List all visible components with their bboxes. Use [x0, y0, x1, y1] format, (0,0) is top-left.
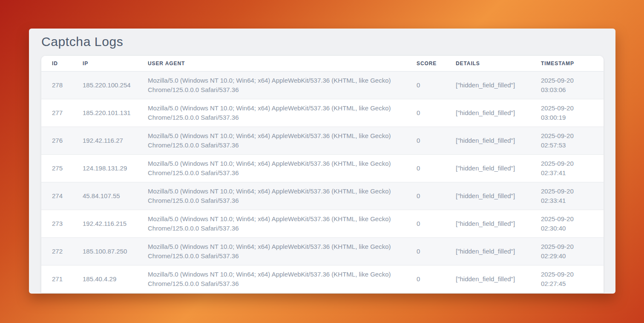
- cell-timestamp: 2025-09-20 03:03:06: [541, 76, 604, 95]
- cell-ip: 185.220.100.254: [83, 81, 148, 90]
- table-row: 276 192.42.116.27 Mozilla/5.0 (Windows N…: [41, 127, 604, 155]
- cell-score: 0: [417, 136, 456, 145]
- cell-id: 271: [52, 274, 83, 284]
- timestamp-text: 2025-09-20 02:33:41: [541, 187, 582, 205]
- cell-timestamp: 2025-09-20 02:57:53: [541, 131, 604, 150]
- table-row: 277 185.220.101.131 Mozilla/5.0 (Windows…: [41, 99, 604, 127]
- column-header-ip: IP: [83, 61, 148, 66]
- timestamp-text: 2025-09-20 02:30:40: [541, 214, 582, 233]
- cell-details: ["hidden_field_filled"]: [456, 219, 541, 228]
- cell-timestamp: 2025-09-20 02:30:40: [541, 214, 604, 233]
- cell-details: ["hidden_field_filled"]: [456, 108, 541, 118]
- cell-id: 276: [52, 136, 83, 145]
- cell-ip: 185.100.87.250: [83, 247, 148, 256]
- cell-timestamp: 2025-09-20 02:29:40: [541, 242, 604, 261]
- cell-ip: 45.84.107.55: [83, 191, 148, 201]
- column-header-id: ID: [52, 61, 83, 66]
- cell-timestamp: 2025-09-20 02:37:41: [541, 159, 604, 178]
- timestamp-text: 2025-09-20 02:27:45: [541, 270, 582, 288]
- cell-ip: 185.40.4.29: [83, 274, 148, 284]
- cell-score: 0: [417, 81, 456, 90]
- cell-score: 0: [417, 219, 456, 228]
- cell-user-agent: Mozilla/5.0 (Windows NT 10.0; Win64; x64…: [148, 159, 417, 178]
- cell-user-agent: Mozilla/5.0 (Windows NT 10.0; Win64; x64…: [148, 214, 417, 233]
- cell-id: 272: [52, 247, 83, 256]
- table-row: 271 185.40.4.29 Mozilla/5.0 (Windows NT …: [41, 265, 604, 293]
- captcha-logs-card: Captcha Logs ID IP USER AGENT SCORE DETA…: [29, 29, 615, 294]
- cell-timestamp: 2025-09-20 02:33:41: [541, 187, 604, 205]
- cell-id: 275: [52, 164, 83, 173]
- table-row: 274 45.84.107.55 Mozilla/5.0 (Windows NT…: [41, 182, 604, 210]
- table-row: 275 124.198.131.29 Mozilla/5.0 (Windows …: [41, 155, 604, 182]
- cell-user-agent: Mozilla/5.0 (Windows NT 10.0; Win64; x64…: [148, 270, 417, 288]
- cell-id: 277: [52, 108, 83, 118]
- cell-user-agent: Mozilla/5.0 (Windows NT 10.0; Win64; x64…: [148, 187, 417, 205]
- cell-timestamp: 2025-09-20 03:00:19: [541, 104, 604, 122]
- cell-user-agent: Mozilla/5.0 (Windows NT 10.0; Win64; x64…: [148, 76, 417, 95]
- cell-details: ["hidden_field_filled"]: [456, 191, 541, 201]
- table-body: 278 185.220.100.254 Mozilla/5.0 (Windows…: [41, 72, 604, 293]
- page-background: { "page": { "title": "Captcha Logs" }, "…: [0, 0, 644, 323]
- cell-score: 0: [417, 164, 456, 173]
- cell-ip: 192.42.116.27: [83, 136, 148, 145]
- cell-ip: 192.42.116.215: [83, 219, 148, 228]
- cell-details: ["hidden_field_filled"]: [456, 81, 541, 90]
- cell-details: ["hidden_field_filled"]: [456, 247, 541, 256]
- cell-ip: 185.220.101.131: [83, 108, 148, 118]
- table-row: 273 192.42.116.215 Mozilla/5.0 (Windows …: [41, 210, 604, 238]
- table-row: 272 185.100.87.250 Mozilla/5.0 (Windows …: [41, 238, 604, 265]
- column-header-timestamp: TIMESTAMP: [541, 61, 604, 66]
- cell-user-agent: Mozilla/5.0 (Windows NT 10.0; Win64; x64…: [148, 242, 417, 261]
- cell-score: 0: [417, 108, 456, 118]
- cell-id: 273: [52, 219, 83, 228]
- cell-user-agent: Mozilla/5.0 (Windows NT 10.0; Win64; x64…: [148, 104, 417, 122]
- cell-id: 278: [52, 81, 83, 90]
- captcha-logs-table: ID IP USER AGENT SCORE DETAILS TIMESTAMP…: [41, 56, 604, 293]
- cell-details: ["hidden_field_filled"]: [456, 274, 541, 284]
- timestamp-text: 2025-09-20 02:57:53: [541, 131, 582, 150]
- cell-score: 0: [417, 191, 456, 201]
- cell-details: ["hidden_field_filled"]: [456, 136, 541, 145]
- timestamp-text: 2025-09-20 03:00:19: [541, 104, 582, 122]
- timestamp-text: 2025-09-20 02:37:41: [541, 159, 582, 178]
- cell-details: ["hidden_field_filled"]: [456, 164, 541, 173]
- cell-score: 0: [417, 247, 456, 256]
- cell-timestamp: 2025-09-20 02:27:45: [541, 270, 604, 288]
- table-header-row: ID IP USER AGENT SCORE DETAILS TIMESTAMP: [41, 56, 604, 72]
- column-header-user-agent: USER AGENT: [148, 61, 417, 66]
- page-title: Captcha Logs: [41, 35, 123, 49]
- cell-ip: 124.198.131.29: [83, 164, 148, 173]
- timestamp-text: 2025-09-20 02:29:40: [541, 242, 582, 261]
- column-header-details: DETAILS: [456, 61, 541, 66]
- table-row: 278 185.220.100.254 Mozilla/5.0 (Windows…: [41, 72, 604, 99]
- cell-user-agent: Mozilla/5.0 (Windows NT 10.0; Win64; x64…: [148, 131, 417, 150]
- cell-score: 0: [417, 274, 456, 284]
- timestamp-text: 2025-09-20 03:03:06: [541, 76, 582, 95]
- cell-id: 274: [52, 191, 83, 201]
- column-header-score: SCORE: [417, 61, 456, 66]
